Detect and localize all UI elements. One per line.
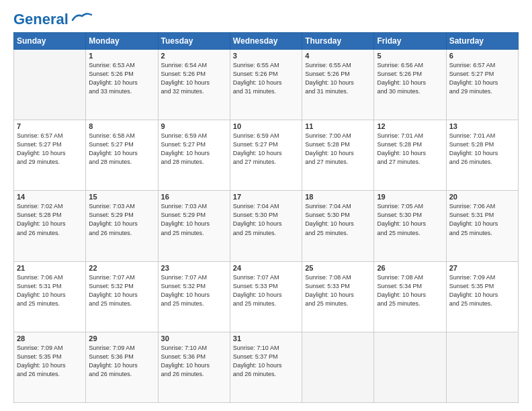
day-info: Sunrise: 6:57 AM Sunset: 5:27 PM Dayligh… bbox=[449, 61, 515, 96]
day-number: 29 bbox=[89, 334, 154, 342]
day-number: 3 bbox=[233, 52, 299, 60]
day-info: Sunrise: 7:10 AM Sunset: 5:36 PM Dayligh… bbox=[161, 344, 227, 379]
calendar-cell: 29Sunrise: 7:09 AM Sunset: 5:36 PM Dayli… bbox=[86, 332, 158, 402]
day-info: Sunrise: 6:53 AM Sunset: 5:26 PM Dayligh… bbox=[89, 61, 154, 96]
day-info: Sunrise: 6:55 AM Sunset: 5:26 PM Dayligh… bbox=[233, 61, 299, 96]
day-info: Sunrise: 7:03 AM Sunset: 5:29 PM Dayligh… bbox=[161, 202, 227, 237]
day-number: 18 bbox=[305, 193, 371, 201]
day-number: 7 bbox=[17, 122, 83, 130]
day-number: 24 bbox=[233, 264, 299, 272]
day-number: 16 bbox=[161, 193, 227, 201]
calendar-cell: 2Sunrise: 6:54 AM Sunset: 5:26 PM Daylig… bbox=[158, 50, 230, 120]
day-number: 28 bbox=[17, 334, 83, 342]
day-info: Sunrise: 7:08 AM Sunset: 5:34 PM Dayligh… bbox=[377, 273, 443, 308]
day-number: 5 bbox=[377, 52, 443, 60]
day-info: Sunrise: 6:57 AM Sunset: 5:27 PM Dayligh… bbox=[17, 132, 83, 167]
day-info: Sunrise: 7:05 AM Sunset: 5:30 PM Dayligh… bbox=[377, 202, 443, 237]
day-number: 23 bbox=[161, 264, 227, 272]
calendar-cell: 20Sunrise: 7:06 AM Sunset: 5:31 PM Dayli… bbox=[446, 191, 518, 261]
calendar-cell bbox=[374, 332, 446, 402]
day-number: 10 bbox=[233, 122, 299, 130]
calendar-cell: 5Sunrise: 6:56 AM Sunset: 5:26 PM Daylig… bbox=[374, 50, 446, 120]
day-info: Sunrise: 6:58 AM Sunset: 5:27 PM Dayligh… bbox=[89, 132, 154, 167]
page: General SundayMondayTuesdayWednesdayThur… bbox=[0, 0, 532, 411]
calendar-cell: 30Sunrise: 7:10 AM Sunset: 5:36 PM Dayli… bbox=[158, 332, 230, 402]
day-number: 25 bbox=[305, 264, 371, 272]
calendar-cell: 1Sunrise: 6:53 AM Sunset: 5:26 PM Daylig… bbox=[86, 50, 158, 120]
calendar-body: 1Sunrise: 6:53 AM Sunset: 5:26 PM Daylig… bbox=[14, 50, 519, 403]
calendar-cell: 17Sunrise: 7:04 AM Sunset: 5:30 PM Dayli… bbox=[230, 191, 302, 261]
week-row-1: 1Sunrise: 6:53 AM Sunset: 5:26 PM Daylig… bbox=[14, 50, 519, 120]
day-number: 21 bbox=[17, 264, 83, 272]
calendar-cell: 22Sunrise: 7:07 AM Sunset: 5:32 PM Dayli… bbox=[86, 261, 158, 332]
calendar-cell: 8Sunrise: 6:58 AM Sunset: 5:27 PM Daylig… bbox=[86, 120, 158, 191]
day-info: Sunrise: 7:09 AM Sunset: 5:35 PM Dayligh… bbox=[449, 273, 515, 308]
day-info: Sunrise: 6:59 AM Sunset: 5:27 PM Dayligh… bbox=[161, 132, 227, 167]
calendar-cell: 18Sunrise: 7:04 AM Sunset: 5:30 PM Dayli… bbox=[302, 191, 374, 261]
day-info: Sunrise: 7:10 AM Sunset: 5:37 PM Dayligh… bbox=[233, 344, 299, 379]
calendar-cell: 25Sunrise: 7:08 AM Sunset: 5:33 PM Dayli… bbox=[302, 261, 374, 332]
calendar-cell: 11Sunrise: 7:00 AM Sunset: 5:28 PM Dayli… bbox=[302, 120, 374, 191]
day-number: 20 bbox=[449, 193, 515, 201]
day-number: 11 bbox=[305, 122, 371, 130]
day-info: Sunrise: 7:07 AM Sunset: 5:32 PM Dayligh… bbox=[161, 273, 227, 308]
day-info: Sunrise: 7:09 AM Sunset: 5:36 PM Dayligh… bbox=[89, 344, 154, 379]
calendar-cell: 23Sunrise: 7:07 AM Sunset: 5:32 PM Dayli… bbox=[158, 261, 230, 332]
weekday-wednesday: Wednesday bbox=[230, 33, 302, 50]
day-number: 13 bbox=[449, 122, 515, 130]
day-number: 9 bbox=[161, 122, 227, 130]
calendar-cell: 14Sunrise: 7:02 AM Sunset: 5:28 PM Dayli… bbox=[14, 191, 86, 261]
day-number: 6 bbox=[449, 52, 515, 60]
calendar-cell: 19Sunrise: 7:05 AM Sunset: 5:30 PM Dayli… bbox=[374, 191, 446, 261]
calendar-cell: 24Sunrise: 7:07 AM Sunset: 5:33 PM Dayli… bbox=[230, 261, 302, 332]
week-row-5: 28Sunrise: 7:09 AM Sunset: 5:35 PM Dayli… bbox=[14, 332, 519, 402]
weekday-saturday: Saturday bbox=[446, 33, 518, 50]
day-info: Sunrise: 7:03 AM Sunset: 5:29 PM Dayligh… bbox=[89, 202, 154, 237]
calendar-cell: 6Sunrise: 6:57 AM Sunset: 5:27 PM Daylig… bbox=[446, 50, 518, 120]
calendar-cell: 4Sunrise: 6:55 AM Sunset: 5:26 PM Daylig… bbox=[302, 50, 374, 120]
day-number: 27 bbox=[449, 264, 515, 272]
day-info: Sunrise: 7:04 AM Sunset: 5:30 PM Dayligh… bbox=[305, 202, 371, 237]
day-number: 30 bbox=[161, 334, 227, 342]
day-info: Sunrise: 6:55 AM Sunset: 5:26 PM Dayligh… bbox=[305, 61, 371, 96]
day-info: Sunrise: 7:07 AM Sunset: 5:32 PM Dayligh… bbox=[89, 273, 154, 308]
calendar-cell bbox=[302, 332, 374, 402]
day-info: Sunrise: 7:07 AM Sunset: 5:33 PM Dayligh… bbox=[233, 273, 299, 308]
day-info: Sunrise: 7:06 AM Sunset: 5:31 PM Dayligh… bbox=[17, 273, 83, 308]
logo-bird-icon bbox=[71, 11, 93, 24]
calendar-cell bbox=[446, 332, 518, 402]
logo-text: General bbox=[13, 11, 69, 28]
day-info: Sunrise: 7:01 AM Sunset: 5:28 PM Dayligh… bbox=[449, 132, 515, 167]
day-number: 1 bbox=[89, 52, 154, 60]
day-number: 17 bbox=[233, 193, 299, 201]
day-number: 4 bbox=[305, 52, 371, 60]
week-row-2: 7Sunrise: 6:57 AM Sunset: 5:27 PM Daylig… bbox=[14, 120, 519, 191]
calendar-cell: 9Sunrise: 6:59 AM Sunset: 5:27 PM Daylig… bbox=[158, 120, 230, 191]
calendar-cell: 7Sunrise: 6:57 AM Sunset: 5:27 PM Daylig… bbox=[14, 120, 86, 191]
week-row-4: 21Sunrise: 7:06 AM Sunset: 5:31 PM Dayli… bbox=[14, 261, 519, 332]
calendar-cell bbox=[14, 50, 86, 120]
calendar-cell: 28Sunrise: 7:09 AM Sunset: 5:35 PM Dayli… bbox=[14, 332, 86, 402]
weekday-monday: Monday bbox=[86, 33, 158, 50]
day-number: 31 bbox=[233, 334, 299, 342]
day-info: Sunrise: 7:01 AM Sunset: 5:28 PM Dayligh… bbox=[377, 132, 443, 167]
day-info: Sunrise: 7:09 AM Sunset: 5:35 PM Dayligh… bbox=[17, 344, 83, 379]
weekday-thursday: Thursday bbox=[302, 33, 374, 50]
day-info: Sunrise: 7:06 AM Sunset: 5:31 PM Dayligh… bbox=[449, 202, 515, 237]
header: General bbox=[13, 11, 519, 26]
calendar-table: SundayMondayTuesdayWednesdayThursdayFrid… bbox=[13, 32, 519, 403]
weekday-sunday: Sunday bbox=[14, 33, 86, 50]
day-number: 14 bbox=[17, 193, 83, 201]
calendar-cell: 13Sunrise: 7:01 AM Sunset: 5:28 PM Dayli… bbox=[446, 120, 518, 191]
day-info: Sunrise: 6:56 AM Sunset: 5:26 PM Dayligh… bbox=[377, 61, 443, 96]
day-number: 19 bbox=[377, 193, 443, 201]
weekday-tuesday: Tuesday bbox=[158, 33, 230, 50]
day-info: Sunrise: 7:00 AM Sunset: 5:28 PM Dayligh… bbox=[305, 132, 371, 167]
day-info: Sunrise: 6:54 AM Sunset: 5:26 PM Dayligh… bbox=[161, 61, 227, 96]
calendar-cell: 31Sunrise: 7:10 AM Sunset: 5:37 PM Dayli… bbox=[230, 332, 302, 402]
calendar-cell: 3Sunrise: 6:55 AM Sunset: 5:26 PM Daylig… bbox=[230, 50, 302, 120]
day-info: Sunrise: 7:02 AM Sunset: 5:28 PM Dayligh… bbox=[17, 202, 83, 237]
day-number: 15 bbox=[89, 193, 154, 201]
weekday-header-row: SundayMondayTuesdayWednesdayThursdayFrid… bbox=[14, 33, 519, 50]
calendar-cell: 16Sunrise: 7:03 AM Sunset: 5:29 PM Dayli… bbox=[158, 191, 230, 261]
